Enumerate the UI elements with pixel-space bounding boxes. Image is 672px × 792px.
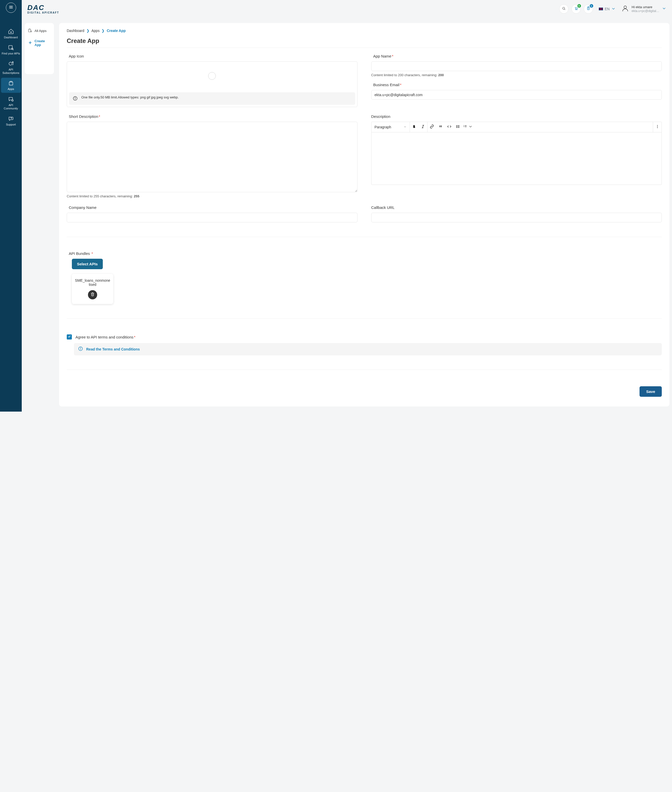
- uk-flag-icon: [598, 7, 603, 11]
- sidebar-item-api-community[interactable]: API Community: [1, 94, 21, 112]
- apps-side-panel: All Apps Create App: [25, 23, 54, 74]
- apps-icon: [8, 80, 14, 86]
- terms-link[interactable]: Read the Terms and Conditions: [86, 347, 140, 351]
- svg-point-13: [575, 10, 576, 10]
- sidebar-item-api-subscriptions[interactable]: API Subscriptions: [1, 58, 21, 77]
- sidebar-item-label: Dashboard: [4, 36, 18, 39]
- rte-content-area[interactable]: [371, 133, 662, 185]
- rte-ol-button[interactable]: 12: [462, 122, 474, 132]
- sidepanel-all-apps[interactable]: All Apps: [28, 28, 51, 34]
- rte-code-button[interactable]: [445, 122, 454, 132]
- field-app-icon: App Icon One file only.50 MB limit.Allow…: [67, 54, 357, 107]
- support-icon: [8, 115, 14, 122]
- breadcrumb-apps[interactable]: Apps: [91, 29, 100, 33]
- plus-icon: [28, 40, 32, 46]
- field-description: Description Paragraph: [371, 114, 662, 198]
- cart-icon: [574, 6, 578, 11]
- field-business-email: Business Email*: [371, 83, 662, 100]
- sidebar-item-dashboard[interactable]: Dashboard: [1, 26, 21, 41]
- svg-text:2: 2: [463, 126, 464, 127]
- tasks-button[interactable]: 1: [584, 4, 593, 14]
- clipboard-icon: [586, 6, 590, 11]
- app-icon-label: App Icon: [67, 54, 357, 58]
- rte-style-dropdown[interactable]: Paragraph: [371, 123, 410, 131]
- sidebar-item-apps[interactable]: Apps: [1, 78, 21, 93]
- quote-icon: [438, 124, 443, 130]
- upload-info-text: One file only.50 MB limit.Allowed types:…: [81, 95, 179, 99]
- check-icon: [67, 335, 71, 339]
- save-button[interactable]: Save: [640, 386, 662, 397]
- sidepanel-item-label: Create App: [35, 39, 51, 47]
- short-description-label: Short Description*: [67, 114, 357, 119]
- chevron-down-icon: [403, 125, 406, 129]
- italic-icon: [421, 124, 425, 130]
- rte-quote-button[interactable]: [436, 122, 445, 132]
- rte-toolbar: Paragraph 12: [371, 122, 662, 133]
- sidebar-item-find-apis[interactable]: Find your APIs: [1, 42, 21, 57]
- chevron-right-icon: ❯: [101, 29, 105, 33]
- svg-point-14: [577, 10, 577, 10]
- page-title: Create App: [67, 37, 662, 45]
- app-name-input[interactable]: [371, 61, 662, 71]
- selected-api-title: SME_loans_nonmonetised: [75, 278, 110, 287]
- info-icon: [73, 95, 78, 102]
- rte-link-button[interactable]: [427, 122, 436, 132]
- svg-point-34: [456, 126, 457, 127]
- hamburger-icon: [8, 5, 14, 11]
- sidepanel-item-label: All Apps: [35, 29, 46, 33]
- breadcrumb: Dashboard ❯ Apps ❯ Create App: [67, 29, 662, 33]
- svg-point-3: [11, 32, 11, 33]
- app-icon-upload[interactable]: One file only.50 MB limit.Allowed types:…: [67, 61, 357, 107]
- sidebar-item-support[interactable]: Support: [1, 113, 21, 128]
- svg-point-42: [657, 125, 658, 126]
- user-menu[interactable]: Hi ekta umare ekta.u+pc@digital…: [621, 5, 666, 13]
- breadcrumb-dashboard[interactable]: Dashboard: [67, 29, 85, 33]
- sidebar-item-label: Find your APIs: [2, 52, 20, 55]
- link-icon: [430, 124, 434, 130]
- search-button[interactable]: [559, 4, 568, 14]
- remove-api-button[interactable]: [88, 290, 97, 299]
- cart-button[interactable]: 0: [571, 4, 581, 14]
- code-icon: [447, 124, 451, 130]
- language-selector[interactable]: EN: [596, 5, 618, 13]
- terms-checkbox[interactable]: [67, 334, 72, 340]
- sidebar-item-label: Support: [6, 123, 16, 126]
- hamburger-menu-button[interactable]: [6, 3, 16, 13]
- business-email-input[interactable]: [371, 90, 662, 100]
- svg-point-11: [563, 7, 565, 9]
- app-name-hint: Content limited to 200 characters, remai…: [371, 73, 662, 77]
- numbered-list-icon: 12: [463, 124, 468, 130]
- top-header: DAC DIGITAL APICRAFT 0 1 EN: [22, 0, 672, 18]
- short-description-input[interactable]: [67, 122, 357, 192]
- chevron-down-icon: [662, 6, 666, 12]
- sidepanel-create-app[interactable]: Create App: [28, 39, 51, 47]
- bold-icon: [412, 124, 416, 130]
- brand-tagline: DIGITAL APICRAFT: [27, 11, 59, 14]
- sidebar-item-label: API Community: [2, 104, 21, 110]
- apps-list-icon: [28, 28, 32, 34]
- language-label: EN: [605, 7, 610, 11]
- tasks-badge: 1: [590, 4, 593, 8]
- rte-more-button[interactable]: [653, 122, 661, 132]
- svg-point-43: [657, 126, 658, 127]
- search-icon: [562, 6, 566, 11]
- svg-point-7: [9, 62, 12, 65]
- callback-url-input[interactable]: [371, 213, 662, 222]
- subscriptions-icon: [8, 60, 14, 67]
- bullet-list-icon: [456, 124, 460, 130]
- upload-add-button[interactable]: [208, 72, 216, 80]
- search-apis-icon: [8, 44, 14, 51]
- info-icon: [78, 346, 83, 352]
- select-apis-button[interactable]: Select APIs: [72, 259, 103, 269]
- trash-icon: [90, 292, 95, 298]
- rte-italic-button[interactable]: [419, 122, 427, 132]
- cart-badge: 0: [578, 4, 581, 8]
- svg-line-31: [422, 125, 423, 128]
- upload-info-strip: One file only.50 MB limit.Allowed types:…: [69, 92, 355, 105]
- rte-bold-button[interactable]: [410, 122, 419, 132]
- company-name-input[interactable]: [67, 213, 357, 222]
- brand-logo[interactable]: DAC DIGITAL APICRAFT: [27, 4, 59, 14]
- rte-ul-button[interactable]: [454, 122, 462, 132]
- breadcrumb-create-app[interactable]: Create App: [107, 29, 126, 33]
- field-app-name: App Name* Content limited to 200 charact…: [371, 54, 662, 77]
